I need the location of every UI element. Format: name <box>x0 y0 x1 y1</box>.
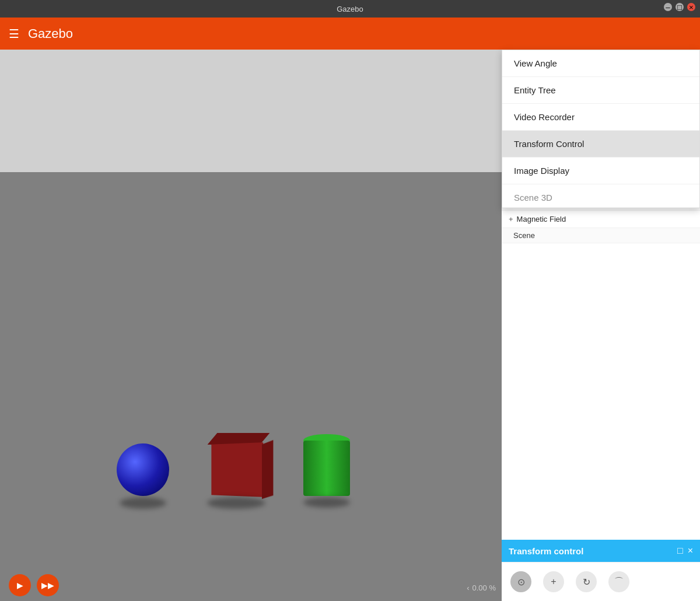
window-controls[interactable]: – □ × <box>664 3 695 11</box>
box-shadow <box>207 497 265 509</box>
window-title: Gazebo <box>337 5 363 13</box>
viewport: ▶ ▶▶ ‹ 0.00 % <box>0 50 502 601</box>
main-layout: ▶ ▶▶ ‹ 0.00 % + ground_p+ <box>0 50 700 601</box>
hamburger-icon[interactable]: ☰ <box>9 27 19 41</box>
fast-forward-icon: ▶▶ <box>41 581 54 590</box>
menu-item-image-display[interactable]: Image Display <box>502 158 699 184</box>
dropdown-menu: View AngleEntity TreeVideo RecorderTrans… <box>502 50 700 208</box>
box-mesh <box>211 442 263 497</box>
menu-item-scene-3d[interactable]: Scene 3D <box>502 184 699 208</box>
sphere-shadow <box>120 497 166 509</box>
play-button[interactable]: ▶ <box>9 574 31 596</box>
ci-body: W World ⏸ 🔒 Entity 1 + GravityNameshapes… <box>502 154 700 540</box>
fast-forward-button[interactable]: ▶▶ <box>37 574 59 596</box>
bottom-bar: ▶ ▶▶ ‹ 0.00 % <box>0 569 502 601</box>
cylinder-shadow <box>303 497 350 508</box>
tc-body: ⊙+↻⌒ <box>502 562 700 601</box>
close-button[interactable]: × <box>687 3 695 11</box>
right-panel: + ground_p+ box+ cylinder+ sphere <box>502 50 700 601</box>
cylinder-mesh <box>303 441 350 496</box>
zoom-value: 0.00 % <box>473 583 496 592</box>
play-icon: ▶ <box>17 581 23 590</box>
component-expand-icon: + <box>509 215 513 223</box>
box-side-face <box>262 440 273 499</box>
tc-header: Transform control □ × <box>502 540 700 562</box>
sphere-mesh <box>117 443 169 496</box>
scroll-icon: ‹ <box>467 583 469 592</box>
sphere-object[interactable] <box>117 443 169 496</box>
sky-region <box>0 50 502 172</box>
box-object[interactable] <box>210 443 262 496</box>
tc-window-button[interactable]: □ <box>677 546 683 556</box>
tc-tool-rotate[interactable]: ↻ <box>576 571 597 592</box>
ci-component-magnetic-field[interactable]: + Magnetic Field <box>502 211 700 228</box>
minimize-button[interactable]: – <box>664 3 672 11</box>
ci-prop-key: Scene <box>513 231 688 240</box>
title-bar: Gazebo – □ × <box>0 0 700 18</box>
maximize-button[interactable]: □ <box>676 3 684 11</box>
zoom-indicator: ‹ 0.00 % <box>467 583 496 592</box>
cylinder-object[interactable] <box>303 441 350 496</box>
app-header: ☰ Gazebo <box>0 18 700 50</box>
component-label: Magnetic Field <box>517 215 566 223</box>
ground-region[interactable] <box>0 172 502 601</box>
menu-item-view-angle[interactable]: View Angle <box>502 50 699 77</box>
tc-tool-translate[interactable]: + <box>543 571 564 592</box>
menu-item-video-recorder[interactable]: Video Recorder <box>502 104 699 131</box>
tc-title: Transform control <box>509 546 583 556</box>
tc-header-controls: □ × <box>677 546 693 556</box>
ci-prop-scene: Scene <box>502 228 700 243</box>
transform-control-panel: Transform control □ × ⊙+↻⌒ <box>502 540 700 601</box>
scene-objects <box>117 441 350 496</box>
tc-close-button[interactable]: × <box>688 546 693 556</box>
app-title: Gazebo <box>28 26 73 41</box>
tc-tool-select[interactable]: ⊙ <box>510 571 531 592</box>
tc-tool-scale[interactable]: ⌒ <box>608 571 629 592</box>
menu-item-entity-tree[interactable]: Entity Tree <box>502 77 699 104</box>
menu-item-transform-control[interactable]: Transform Control <box>502 131 699 158</box>
